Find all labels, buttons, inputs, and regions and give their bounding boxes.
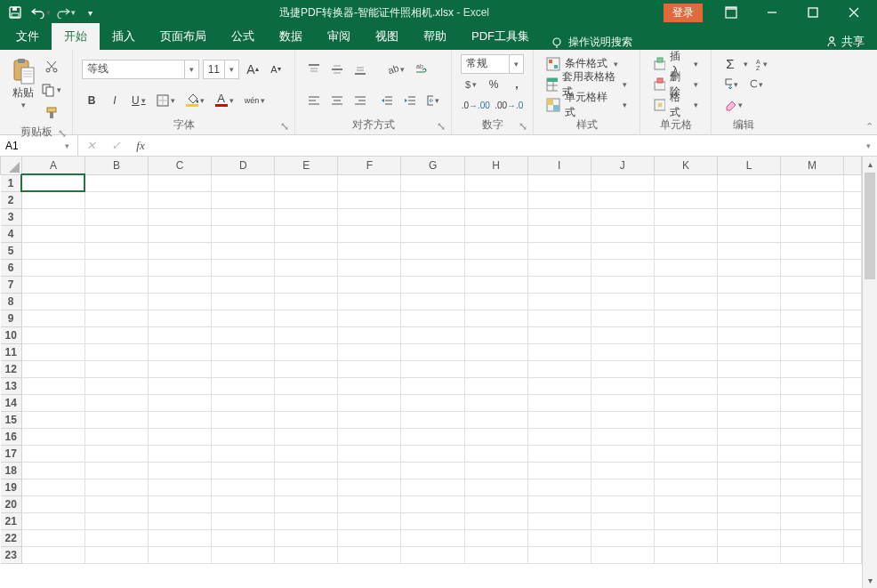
cell[interactable]: [338, 259, 401, 276]
cell[interactable]: [401, 428, 464, 445]
cell[interactable]: [275, 225, 338, 242]
column-header[interactable]: C: [149, 157, 212, 174]
cell[interactable]: [464, 293, 527, 310]
row-header[interactable]: 17: [1, 445, 22, 462]
cell[interactable]: [464, 462, 527, 479]
cell[interactable]: [212, 259, 275, 276]
close-button[interactable]: [834, 0, 873, 25]
cell[interactable]: [527, 310, 591, 326]
cell[interactable]: [654, 377, 717, 394]
cell[interactable]: [717, 529, 780, 546]
row-header[interactable]: 6: [1, 259, 22, 276]
cell[interactable]: [149, 495, 212, 512]
cell[interactable]: [591, 293, 654, 310]
cell[interactable]: [84, 208, 148, 225]
cell[interactable]: [527, 259, 591, 276]
cell[interactable]: [717, 377, 780, 394]
border-button[interactable]: ▾: [153, 91, 179, 110]
cell[interactable]: [464, 259, 527, 276]
cell[interactable]: [591, 174, 654, 191]
cell[interactable]: [781, 428, 844, 445]
font-size-combo[interactable]: 11▾: [203, 60, 239, 79]
column-header[interactable]: A: [21, 157, 84, 174]
cell[interactable]: [401, 360, 464, 377]
cell[interactable]: [21, 310, 84, 326]
tell-me-search[interactable]: 操作说明搜索: [542, 35, 641, 50]
cell[interactable]: [275, 326, 338, 343]
cell[interactable]: [591, 310, 654, 326]
cell[interactable]: [84, 343, 148, 360]
increase-indent-button[interactable]: [400, 91, 420, 110]
align-bottom-button[interactable]: [350, 60, 370, 79]
cell[interactable]: [149, 428, 212, 445]
cell[interactable]: [527, 191, 591, 208]
enter-formula-button[interactable]: ✓: [103, 135, 128, 156]
cell[interactable]: [591, 242, 654, 259]
cell[interactable]: [591, 377, 654, 394]
cell[interactable]: [401, 495, 464, 512]
cell[interactable]: [781, 326, 844, 343]
tab-pdf-tools[interactable]: PDF工具集: [459, 23, 542, 50]
cell[interactable]: [717, 310, 780, 326]
cell[interactable]: [149, 276, 212, 293]
cell[interactable]: [212, 293, 275, 310]
cell[interactable]: [527, 276, 591, 293]
cell[interactable]: [527, 394, 591, 411]
row-header[interactable]: 3: [1, 208, 22, 225]
row-header[interactable]: 9: [1, 310, 22, 326]
row-header[interactable]: 16: [1, 428, 22, 445]
clipboard-launcher[interactable]: ⤡: [56, 127, 68, 140]
find-select-button[interactable]: ▾: [745, 75, 767, 94]
cell[interactable]: [401, 479, 464, 495]
cell[interactable]: [717, 428, 780, 445]
cell[interactable]: [781, 343, 844, 360]
tab-review[interactable]: 审阅: [315, 23, 363, 50]
fill-color-button[interactable]: ▾: [182, 91, 208, 110]
tab-view[interactable]: 视图: [363, 23, 411, 50]
autosum-button[interactable]: Σ: [720, 54, 740, 74]
cell[interactable]: [527, 174, 591, 191]
cell[interactable]: [212, 546, 275, 563]
number-launcher[interactable]: ⤡: [517, 120, 529, 133]
cell[interactable]: [527, 546, 591, 563]
column-header[interactable]: F: [338, 157, 401, 174]
align-top-button[interactable]: [304, 60, 324, 79]
cell[interactable]: [84, 326, 148, 343]
cell[interactable]: [654, 428, 717, 445]
cell[interactable]: [464, 546, 527, 563]
cell[interactable]: [527, 360, 591, 377]
row-header[interactable]: 1: [1, 174, 22, 191]
cell[interactable]: [84, 191, 148, 208]
cell[interactable]: [401, 411, 464, 428]
cell[interactable]: [654, 546, 717, 563]
cell[interactable]: [527, 512, 591, 529]
cell[interactable]: [464, 479, 527, 495]
cell[interactable]: [21, 428, 84, 445]
tab-formulas[interactable]: 公式: [219, 23, 267, 50]
cell[interactable]: [401, 462, 464, 479]
paste-button[interactable]: 粘贴 ▾: [9, 53, 37, 113]
cell[interactable]: [212, 310, 275, 326]
minimize-button[interactable]: [752, 0, 792, 25]
cell[interactable]: [717, 242, 780, 259]
cell[interactable]: [275, 546, 338, 563]
row-header[interactable]: 14: [1, 394, 22, 411]
cell[interactable]: [84, 394, 148, 411]
maximize-button[interactable]: [793, 0, 833, 25]
cell[interactable]: [275, 174, 338, 191]
cell[interactable]: [654, 174, 717, 191]
cell[interactable]: [401, 326, 464, 343]
cell[interactable]: [781, 546, 844, 563]
cell[interactable]: [654, 293, 717, 310]
cell[interactable]: [21, 242, 84, 259]
format-cells-button[interactable]: 格式▾: [649, 95, 702, 115]
column-header[interactable]: G: [401, 157, 464, 174]
cell[interactable]: [149, 208, 212, 225]
cell[interactable]: [401, 529, 464, 546]
cell[interactable]: [149, 225, 212, 242]
cell[interactable]: [338, 377, 401, 394]
decrease-decimal-button[interactable]: .00→.0: [495, 95, 525, 115]
cell[interactable]: [212, 377, 275, 394]
cell[interactable]: [338, 462, 401, 479]
cell[interactable]: [717, 411, 780, 428]
